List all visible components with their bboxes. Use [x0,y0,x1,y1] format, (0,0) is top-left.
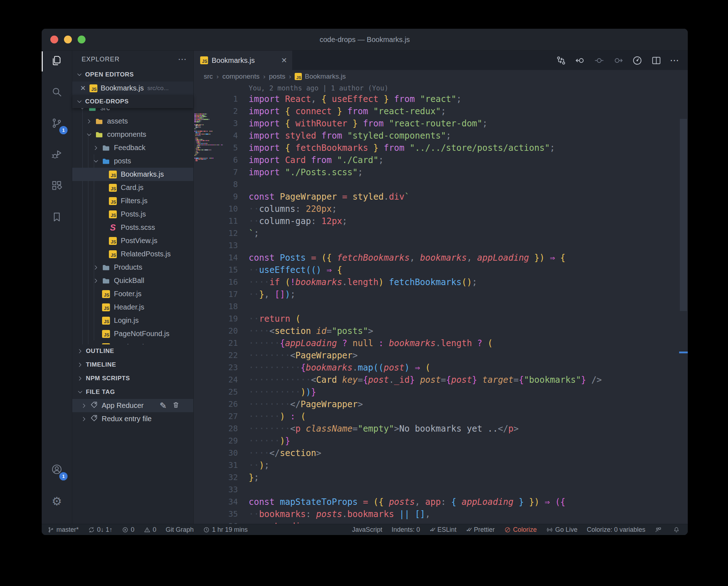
tree-item-register-js[interactable]: JSRegister.js [72,340,193,344]
code-text: import styled from "styled-components"; [249,130,451,142]
tree-item-filters-js[interactable]: JSFilters.js [72,194,193,208]
tree-item-posts-js[interactable]: JSPosts.js [72,208,193,221]
status-git-graph[interactable]: Git Graph [166,526,194,534]
tree-item-posts-scss[interactable]: SPosts.scss [72,221,193,234]
breadcrumb-src[interactable]: src [204,73,213,80]
tree-item-posts[interactable]: posts [72,154,193,168]
status-colorize-0-variables[interactable]: Colorize: 0 variables [587,526,645,534]
activity-explorer[interactable] [42,46,72,77]
status-javascript[interactable]: JavaScript [352,526,382,534]
tree-item-relatedposts-js[interactable]: JSRelatedPosts.js [72,247,193,261]
nav-forward-icon[interactable] [613,55,624,66]
status-colorize[interactable]: Colorize [504,526,537,534]
activity-bookmarks[interactable] [42,202,72,233]
status-go-live[interactable]: Go Live [546,526,577,534]
breadcrumb-label: components [222,73,260,80]
minimap-bar [196,141,197,143]
status-1-hr-19-mins[interactable]: 1 hr 19 mins [203,526,248,534]
minimap-bar [199,131,202,132]
folder-icon [102,144,110,152]
editor-scrollbar[interactable] [679,83,688,524]
minimap-bar [206,113,207,115]
check-icon: ✓✓ [466,526,474,534]
tree-item-postview-js[interactable]: JSPostView.js [72,234,193,247]
minimap-bar [198,113,198,115]
code-line-14: 14const Posts = ({ fetchBookmarks, bookm… [194,252,688,264]
code-line-17: 17··}, []); [194,288,688,301]
file-tag-redux-entry-file[interactable]: Redux entry file [72,412,193,425]
nav-circle-icon[interactable] [594,55,605,66]
status-master[interactable]: master* [47,526,79,534]
code-line-32: 32}; [194,471,688,484]
code-text: ··); [249,459,269,471]
tree-item-login-js[interactable]: JSLogin.js [72,314,193,327]
status-0[interactable]: 0 [122,526,134,534]
activity-account[interactable]: 1 [42,454,72,485]
tree-item-label: PostView.js [121,237,157,245]
activity-search[interactable] [42,77,72,108]
activity-run-debug[interactable] [42,139,72,171]
status-0-1[interactable]: 0↓ 1↑ [88,526,112,534]
tree-item-products[interactable]: Products [72,261,193,274]
close-window-button[interactable] [50,36,58,43]
nav-back-icon[interactable] [575,55,586,66]
minimap-bar [207,131,208,132]
minimap[interactable] [194,113,208,167]
open-editors-header[interactable]: OPEN EDITORS [72,68,193,82]
scrollbar-thumb[interactable] [680,119,687,311]
explorer-more-icon[interactable]: ⋯ [178,54,187,64]
breadcrumb-posts[interactable]: posts [269,73,285,80]
section-header-npm-scripts[interactable]: NPM SCRIPTS [72,372,193,385]
edit-icon[interactable]: ✎ [160,401,167,411]
section-header-timeline[interactable]: TIMELINE [72,358,193,372]
tree-item-src[interactable]: src [72,108,193,115]
split-editor-icon[interactable] [651,55,662,66]
breadcrumb: src›components›posts›JSBookmarks.js [194,70,688,83]
status-label: Go Live [555,526,577,534]
tree-item-header-js[interactable]: JSHeader.js [72,301,193,314]
breadcrumb-bookmarks-js[interactable]: JSBookmarks.js [295,73,346,80]
project-root-header[interactable]: CODE-DROPS [72,95,193,108]
activity-settings[interactable]: ⚙ [42,485,72,517]
section-header-outline[interactable]: OUTLINE [72,344,193,358]
minimap-bar [197,125,198,126]
code-editor[interactable]: You, 2 months ago | 1 author (You) 1impo… [194,83,688,524]
status-0[interactable]: 0 [144,526,156,534]
activity-extensions[interactable] [42,171,72,202]
tree-item-card-js[interactable]: JSCard.js [72,181,193,194]
breadcrumb-components[interactable]: components [222,73,260,80]
minimap-bar [195,138,197,139]
tree-item-label: RelatedPosts.js [121,250,171,258]
tab-bookmarks-js[interactable]: JS Bookmarks.js ✕ [194,51,292,70]
close-tab-icon[interactable]: ✕ [281,56,287,65]
status-prettier[interactable]: ✓✓Prettier [466,526,495,534]
tree-item-assets[interactable]: assets [72,115,193,128]
tree-item-bookmarks-js[interactable]: JSBookmarks.js [72,168,193,181]
js-file-icon: JS [109,250,117,259]
status-feedback[interactable] [655,526,664,533]
status-eslint[interactable]: ✓✓ESLint [429,526,457,534]
git-compare-icon[interactable] [556,55,567,66]
tree-item-pagenotfound-js[interactable]: JSPageNotFound.js [72,327,193,340]
tree-item-footer-js[interactable]: JSFooter.js [72,287,193,301]
open-editor-bookmarks-js[interactable]: ✕JSBookmarks.jssrc/co... [72,82,193,95]
section-header-file-tag[interactable]: FILE TAG [72,385,193,399]
status-label: JavaScript [352,526,382,534]
close-editor-icon[interactable]: ✕ [80,84,86,92]
minimap-bar [201,120,201,121]
activity-source-control[interactable]: 1 [42,108,72,139]
tree-item-quickball[interactable]: QuickBall [72,274,193,287]
status-indents-0[interactable]: Indents: 0 [392,526,420,534]
tree-item-feedback[interactable]: Feedback [72,141,193,154]
delete-icon[interactable] [172,401,180,410]
more-icon[interactable]: ⋯ [670,55,680,66]
minimap-bar [194,131,195,132]
minimize-window-button[interactable] [64,36,72,43]
file-tag-app-reducer[interactable]: App Reducer✎ [72,399,193,412]
tree-item-label: Card.js [121,183,143,192]
zoom-window-button[interactable] [78,36,86,43]
timer-icon[interactable] [632,55,643,66]
tree-item-components[interactable]: components [72,128,193,141]
status-label: 0 [153,526,156,534]
status-bell[interactable] [673,526,682,533]
